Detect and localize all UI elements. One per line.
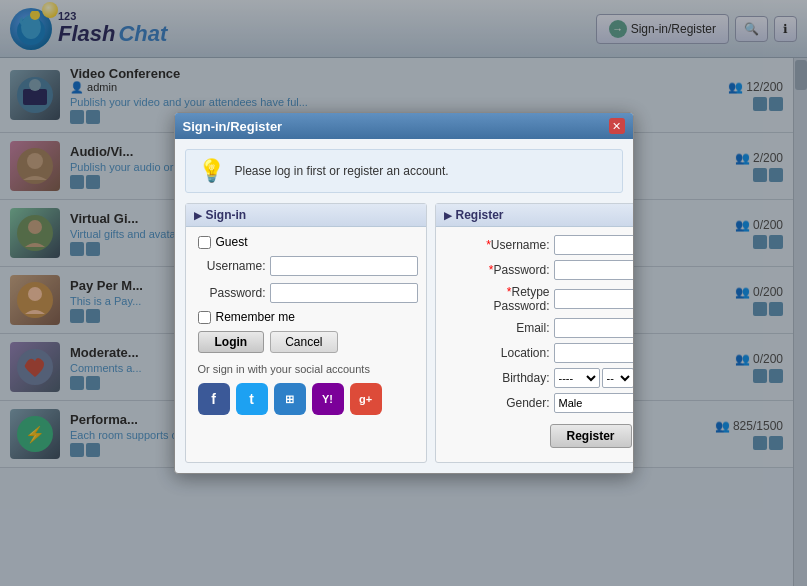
reg-birthday-row: Birthday: ---- -- -- [444, 368, 634, 388]
reg-username-input[interactable] [554, 235, 634, 255]
dialog-close-button[interactable]: ✕ [609, 118, 625, 134]
dialog-title: Sign-in/Register [183, 119, 283, 134]
google-button[interactable]: g+ [350, 383, 382, 415]
reg-birthday-label: Birthday: [450, 371, 550, 385]
signin-buttons: Login Cancel [194, 331, 418, 353]
register-panel-body: *Username: *Password: *Retype Password: [436, 227, 634, 462]
username-input[interactable] [270, 256, 418, 276]
dialog-panels: ▶ Sign-in Guest Username: Pas [185, 203, 623, 463]
reg-gender-label: Gender: [450, 396, 550, 410]
remember-row: Remember me [194, 310, 418, 324]
register-buttons: Register Cancel [444, 418, 634, 454]
remember-checkbox[interactable] [198, 311, 211, 324]
birthday-selects: ---- -- -- [554, 368, 634, 388]
reg-retype-input[interactable] [554, 289, 634, 309]
reg-password-label: *Password: [450, 263, 550, 277]
login-button[interactable]: Login [198, 331, 265, 353]
signin-panel: ▶ Sign-in Guest Username: Pas [185, 203, 427, 463]
arrow-icon: ▶ [194, 210, 202, 221]
gender-select[interactable]: Male Female [554, 393, 634, 413]
reg-location-label: Location: [450, 346, 550, 360]
reg-username-label: *Username: [450, 238, 550, 252]
microsoft-button[interactable]: ⊞ [274, 383, 306, 415]
signin-panel-header: ▶ Sign-in [186, 204, 426, 227]
password-row: Password: [194, 283, 418, 303]
password-input[interactable] [270, 283, 418, 303]
reg-location-row: Location: [444, 343, 634, 363]
guest-row: Guest [194, 235, 418, 249]
reg-email-label: Email: [450, 321, 550, 335]
reg-username-row: *Username: [444, 235, 634, 255]
reg-email-row: Email: [444, 318, 634, 338]
reg-password-input[interactable] [554, 260, 634, 280]
username-row: Username: [194, 256, 418, 276]
password-label: Password: [194, 286, 266, 300]
bulb-icon: 💡 [198, 158, 225, 184]
arrow-icon: ▶ [444, 210, 452, 221]
reg-gender-row: Gender: Male Female [444, 393, 634, 413]
register-panel-header: ▶ Register [436, 204, 634, 227]
dialog-notice: 💡 Please log in first or register an acc… [185, 149, 623, 193]
remember-label: Remember me [216, 310, 295, 324]
social-icons: f t ⊞ Y! g+ [194, 383, 418, 415]
guest-label: Guest [216, 235, 248, 249]
birthday-year-select[interactable]: ---- [554, 368, 600, 388]
dialog: Sign-in/Register ✕ 💡 Please log in first… [174, 112, 634, 474]
signin-panel-body: Guest Username: Password: Remember [186, 227, 426, 423]
dialog-body: 💡 Please log in first or register an acc… [175, 139, 633, 473]
reg-email-input[interactable] [554, 318, 634, 338]
twitter-button[interactable]: t [236, 383, 268, 415]
overlay: Sign-in/Register ✕ 💡 Please log in first… [0, 0, 807, 586]
reg-password-row: *Password: [444, 260, 634, 280]
guest-checkbox[interactable] [198, 236, 211, 249]
social-text: Or sign in with your social accounts [194, 363, 418, 375]
cancel-signin-button[interactable]: Cancel [270, 331, 337, 353]
dialog-titlebar: Sign-in/Register ✕ [175, 113, 633, 139]
facebook-button[interactable]: f [198, 383, 230, 415]
register-button[interactable]: Register [550, 424, 632, 448]
birthday-month-select[interactable]: -- [602, 368, 634, 388]
yahoo-button[interactable]: Y! [312, 383, 344, 415]
reg-location-input[interactable] [554, 343, 634, 363]
register-panel: ▶ Register *Username: *Password: [435, 203, 634, 463]
reg-retype-row: *Retype Password: [444, 285, 634, 313]
dialog-notice-text: Please log in first or register an accou… [235, 164, 449, 178]
username-label: Username: [194, 259, 266, 273]
reg-retype-label: *Retype Password: [450, 285, 550, 313]
